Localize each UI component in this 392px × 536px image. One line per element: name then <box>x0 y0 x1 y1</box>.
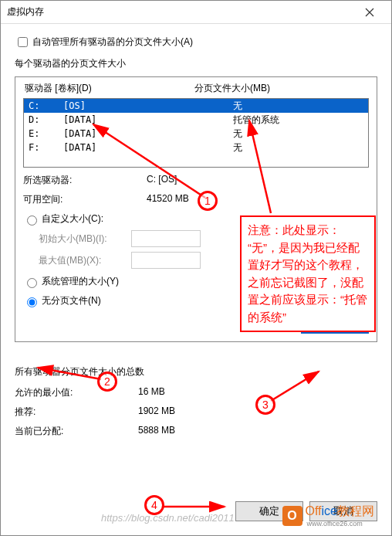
min-allowed-value: 16 MB <box>138 386 165 399</box>
title-bar: 虚拟内存 <box>1 1 391 24</box>
system-managed-radio[interactable] <box>27 278 37 288</box>
recommended-label: 推荐: <box>15 405 138 419</box>
recommended-value: 1902 MB <box>138 405 175 419</box>
avail-space-value: 41520 MB <box>147 193 189 206</box>
window-title: 虚拟内存 <box>7 5 354 19</box>
annotation-note: 注意：此处显示：“无”，是因为我已经配置好才写的这个教程，之前忘记截图了，没配置… <box>240 215 376 332</box>
system-managed-label: 系统管理的大小(Y) <box>42 275 119 288</box>
watermark-text: https://blog.csdn.net/cadi2011 <box>101 512 235 524</box>
max-size-label: 最大值(MB)(X): <box>39 254 131 267</box>
auto-manage-label: 自动管理所有驱动器的分页文件大小(A) <box>32 36 193 49</box>
initial-size-input <box>131 230 201 247</box>
custom-size-radio[interactable] <box>27 215 37 226</box>
avail-space-label: 可用空间: <box>23 193 147 206</box>
drive-row[interactable]: E: [DATA] 无 <box>24 127 368 141</box>
initial-size-label: 初始大小(MB)(I): <box>39 232 131 246</box>
publisher-logo: O Office教程网 www.office26.com <box>282 504 375 528</box>
auto-manage-checkbox[interactable] <box>18 37 28 47</box>
drive-row[interactable]: C: [OS] 无 <box>24 99 368 113</box>
totals-section-label: 所有驱动器分页文件大小的总数 <box>15 365 377 378</box>
custom-size-label: 自定义大小(C): <box>42 212 103 226</box>
max-size-input <box>131 252 201 269</box>
no-paging-label: 无分页文件(N) <box>42 294 101 307</box>
drive-row[interactable]: F: [DATA] 无 <box>24 141 368 154</box>
header-size: 分页文件大小(MB) <box>194 82 270 95</box>
logo-icon: O <box>282 506 302 526</box>
header-drive: 驱动器 [卷标](D) <box>25 82 194 95</box>
close-button[interactable] <box>354 1 385 24</box>
per-drive-section-label: 每个驱动器的分页文件大小 <box>15 57 377 70</box>
min-allowed-label: 允许的最小值: <box>15 386 138 399</box>
no-paging-radio[interactable] <box>27 297 37 307</box>
selected-drive-value: C: [OS] <box>147 174 177 187</box>
allocated-value: 5888 MB <box>138 425 175 438</box>
drive-list[interactable]: C: [OS] 无 D: [DATA] 托管的系统 E: [DATA] 无 F:… <box>23 98 369 168</box>
drive-row[interactable]: D: [DATA] 托管的系统 <box>24 113 368 127</box>
selected-drive-label: 所选驱动器: <box>23 174 147 187</box>
allocated-label: 当前已分配: <box>15 425 138 438</box>
